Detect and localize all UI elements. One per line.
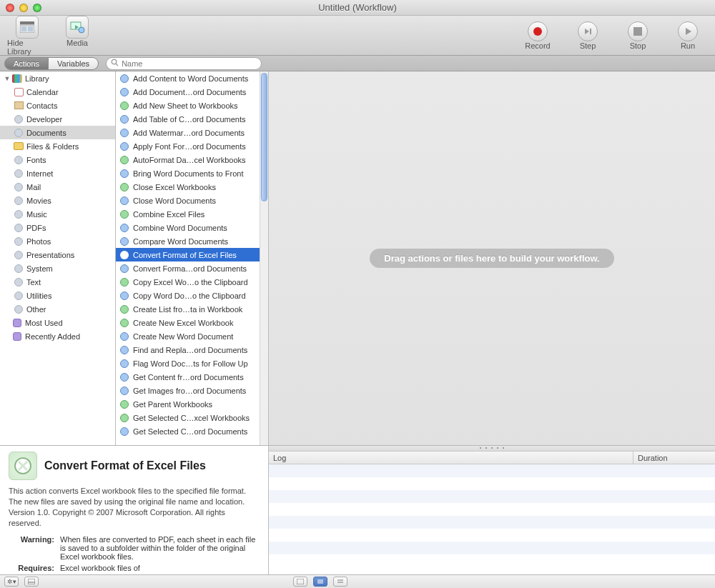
library-item[interactable]: Fonts bbox=[0, 153, 115, 166]
category-icon bbox=[13, 304, 24, 315]
folder-icon bbox=[11, 317, 23, 329]
library-item[interactable]: Movies bbox=[0, 194, 115, 207]
media-label: Media bbox=[66, 39, 88, 47]
media-button[interactable]: Media bbox=[57, 16, 97, 56]
action-row[interactable]: Get Images fro…ord Documents bbox=[116, 384, 260, 397]
action-info-title: Convert Format of Excel Files bbox=[44, 459, 206, 472]
category-icon bbox=[13, 127, 24, 139]
library-item[interactable]: Documents bbox=[0, 126, 115, 139]
library-item[interactable]: PDFs bbox=[0, 221, 115, 234]
search-field[interactable] bbox=[106, 57, 262, 70]
view-compact-button[interactable] bbox=[333, 577, 347, 587]
library-sidebar[interactable]: ▼ Library CalendarContactsDeveloperDocum… bbox=[0, 71, 116, 445]
library-item[interactable]: Developer bbox=[0, 112, 115, 126]
library-item[interactable]: Calendar bbox=[0, 85, 115, 99]
category-icon bbox=[13, 195, 24, 206]
most-used[interactable]: Most Used bbox=[0, 316, 115, 329]
log-col-log[interactable]: Log bbox=[269, 452, 633, 464]
svg-rect-2 bbox=[21, 26, 26, 31]
action-row[interactable]: Get Selected C…ord Documents bbox=[116, 424, 260, 438]
log-resize-handle[interactable] bbox=[269, 446, 715, 452]
view-list-button[interactable] bbox=[313, 577, 327, 587]
action-label: Close Excel Workbooks bbox=[133, 183, 216, 191]
stop-button[interactable]: Stop bbox=[618, 21, 658, 50]
log-row bbox=[269, 464, 715, 477]
action-row[interactable]: Add Content to Word Documents bbox=[116, 71, 260, 85]
workflow-area[interactable]: Drag actions or files here to build your… bbox=[269, 71, 715, 445]
disclosure-triangle-icon[interactable]: ▼ bbox=[3, 75, 11, 82]
action-label: Close Word Documents bbox=[133, 196, 216, 205]
search-input[interactable] bbox=[122, 59, 257, 68]
action-row[interactable]: Compare Word Documents bbox=[116, 234, 260, 248]
scrollbar-track[interactable] bbox=[260, 71, 268, 445]
word-icon bbox=[119, 222, 130, 234]
record-icon bbox=[528, 21, 548, 41]
action-row[interactable]: Combine Word Documents bbox=[116, 221, 260, 234]
category-icon bbox=[13, 100, 24, 111]
action-row[interactable]: Convert Forma…ord Documents bbox=[116, 261, 260, 275]
step-button[interactable]: Step bbox=[568, 21, 608, 50]
action-row[interactable]: Get Parent Workbooks bbox=[116, 397, 260, 411]
toggle-info-button[interactable] bbox=[24, 577, 39, 587]
category-icon bbox=[13, 290, 24, 302]
action-row[interactable]: Close Word Documents bbox=[116, 194, 260, 207]
action-row[interactable]: Create New Word Document bbox=[116, 329, 260, 343]
library-item[interactable]: Text bbox=[0, 275, 115, 289]
action-row[interactable]: Close Excel Workbooks bbox=[116, 180, 260, 194]
tab-variables[interactable]: Variables bbox=[49, 57, 99, 70]
library-item[interactable]: Presentations bbox=[0, 248, 115, 261]
word-icon bbox=[119, 127, 130, 139]
log-header: Log Duration bbox=[269, 452, 715, 464]
bottom-split: Convert Format of Excel Files This actio… bbox=[0, 445, 715, 574]
word-icon bbox=[119, 372, 130, 383]
action-row[interactable]: Bring Word Documents to Front bbox=[116, 166, 260, 180]
word-icon bbox=[119, 114, 130, 125]
action-row[interactable]: Copy Word Do…o the Clipboard bbox=[116, 289, 260, 302]
library-item[interactable]: Contacts bbox=[0, 99, 115, 112]
tab-actions[interactable]: Actions bbox=[4, 57, 49, 70]
excel-icon bbox=[119, 249, 130, 261]
view-flow-button[interactable] bbox=[293, 577, 307, 587]
action-row[interactable]: Combine Excel Files bbox=[116, 207, 260, 221]
action-row[interactable]: Flag Word Doc…ts for Follow Up bbox=[116, 357, 260, 370]
action-row[interactable]: Add Document…ord Documents bbox=[116, 85, 260, 99]
run-button[interactable]: Run bbox=[668, 21, 708, 50]
library-item[interactable]: System bbox=[0, 261, 115, 275]
gear-menu-button[interactable]: ✲▾ bbox=[4, 577, 19, 587]
library-item[interactable]: Photos bbox=[0, 234, 115, 248]
library-item[interactable]: Utilities bbox=[0, 289, 115, 302]
hide-library-label: Hide Library bbox=[7, 39, 47, 56]
action-row[interactable]: Add New Sheet to Workbooks bbox=[116, 99, 260, 112]
action-row[interactable]: Copy Excel Wo…o the Clipboard bbox=[116, 275, 260, 289]
scrollbar-thumb[interactable] bbox=[261, 73, 267, 201]
category-icon bbox=[13, 114, 24, 125]
log-body[interactable] bbox=[269, 464, 715, 574]
actions-list[interactable]: Add Content to Word DocumentsAdd Documen… bbox=[116, 71, 260, 445]
hide-library-button[interactable]: Hide Library bbox=[7, 16, 47, 56]
action-info-requires: Requires: Excel workbook files of bbox=[9, 564, 260, 572]
action-row[interactable]: Add Watermar…ord Documents bbox=[116, 126, 260, 139]
library-item[interactable]: Files & Folders bbox=[0, 139, 115, 153]
library-item[interactable]: Internet bbox=[0, 166, 115, 180]
action-row[interactable]: Get Selected C…xcel Workbooks bbox=[116, 411, 260, 424]
stop-icon bbox=[628, 21, 648, 41]
action-row[interactable]: Apply Font For…ord Documents bbox=[116, 139, 260, 153]
action-row[interactable]: AutoFormat Da…cel Workbooks bbox=[116, 153, 260, 166]
action-row[interactable]: Get Content fr…ord Documents bbox=[116, 370, 260, 384]
log-col-duration[interactable]: Duration bbox=[633, 452, 715, 464]
library-root[interactable]: ▼ Library bbox=[0, 71, 115, 85]
gear-icon: ✲▾ bbox=[7, 578, 16, 585]
action-row[interactable]: Find and Repla…ord Documents bbox=[116, 343, 260, 357]
action-row[interactable]: Convert Format of Excel Files bbox=[116, 248, 260, 261]
action-row[interactable]: Create New Excel Workbook bbox=[116, 316, 260, 329]
library-item[interactable]: Mail bbox=[0, 180, 115, 194]
recently-added[interactable]: Recently Added bbox=[0, 329, 115, 343]
library-item[interactable]: Music bbox=[0, 207, 115, 221]
action-label: Add Content to Word Documents bbox=[133, 74, 248, 83]
category-icon bbox=[13, 209, 24, 220]
action-row[interactable]: Create List fro…ta in Workbook bbox=[116, 302, 260, 316]
library-item[interactable]: Other bbox=[0, 302, 115, 316]
action-row[interactable]: Add Table of C…ord Documents bbox=[116, 112, 260, 126]
excel-icon bbox=[119, 317, 130, 329]
record-button[interactable]: Record bbox=[518, 21, 558, 50]
